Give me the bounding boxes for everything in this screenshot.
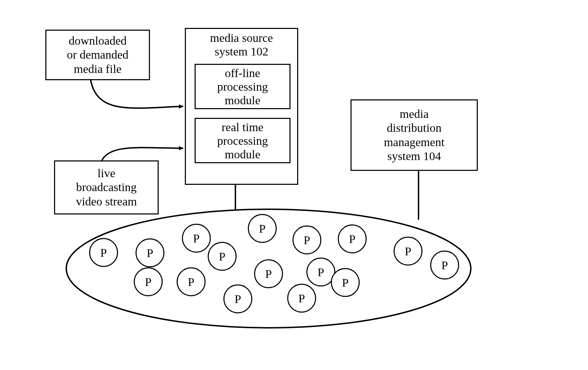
- box-downloaded-media-file: downloaded or demanded media file: [45, 30, 150, 80]
- box-offline-processing-module: off-line processing module: [195, 64, 291, 109]
- box-realtime-processing-module: real time processing module: [195, 118, 291, 163]
- peer-node-label: P: [219, 250, 226, 263]
- peer-node-label: P: [318, 266, 324, 279]
- peer-node-label: P: [405, 245, 412, 258]
- box-media-distribution-management: media distribution management system 104: [350, 99, 478, 171]
- peer-node-label: P: [442, 259, 448, 272]
- diagram-stage: PPPPPPPPPPPPPPPP downloaded or demanded …: [0, 0, 588, 370]
- peer-node-label: P: [342, 276, 349, 289]
- peer-node-label: P: [147, 247, 153, 259]
- peer-node-label: P: [304, 234, 310, 247]
- peer-node-label: P: [188, 275, 195, 288]
- peers-group: PPPPPPPPPPPPPPPP: [90, 214, 459, 313]
- peer-node-label: P: [259, 222, 266, 235]
- label-media-source-system: media source system 102: [186, 29, 297, 58]
- arrow-downloaded-to-offline: [91, 80, 183, 108]
- peer-node-label: P: [193, 232, 200, 245]
- peer-node-label: P: [349, 233, 356, 246]
- peer-node-label: P: [235, 293, 241, 305]
- peer-node-label: P: [299, 292, 305, 305]
- arrow-live-to-realtime: [101, 148, 183, 162]
- box-media-source-system: media source system 102 off-line process…: [185, 28, 298, 185]
- peer-node-label: P: [100, 246, 107, 259]
- box-live-broadcasting: live broadcasting video stream: [54, 160, 159, 214]
- peer-node-label: P: [145, 275, 152, 288]
- peer-node-label: P: [265, 267, 272, 280]
